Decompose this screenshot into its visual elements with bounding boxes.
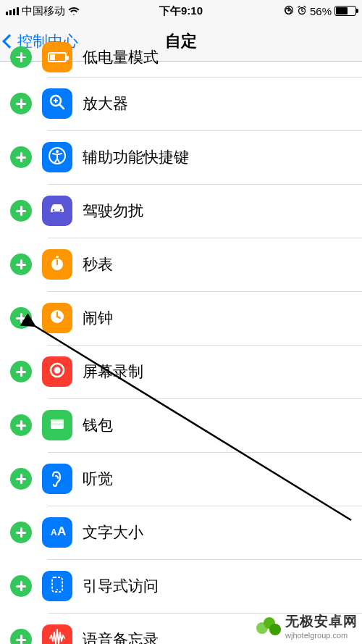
plus-icon	[16, 99, 26, 109]
record-icon	[42, 356, 72, 387]
watermark-logo	[256, 615, 281, 637]
row-label-alarm: 闹钟	[83, 308, 113, 328]
svg-rect-1	[287, 9, 290, 11]
rotation-lock-icon	[284, 5, 294, 17]
list-row-hearing: 听觉	[0, 452, 362, 506]
add-button-wallet[interactable]	[10, 414, 32, 436]
plus-icon	[16, 313, 26, 323]
plus-icon	[16, 152, 26, 162]
access-icon	[42, 142, 72, 172]
plus-icon	[16, 206, 26, 216]
add-button-hearing[interactable]	[10, 468, 32, 490]
guided-icon	[42, 571, 72, 601]
list-row-guided-access: 引导式访问	[0, 559, 362, 613]
add-button-magnifier[interactable]	[10, 93, 32, 114]
ear-icon	[42, 464, 72, 494]
controls-list: 低电量模式放大器辅助功能快捷键驾驶勿扰秒表闹钟屏幕录制钱包听觉AA文字大小引导式…	[0, 37, 362, 644]
list-row-magnifier: 放大器	[0, 77, 362, 130]
plus-icon	[16, 420, 26, 430]
voice-icon	[42, 624, 72, 644]
list-row-accessibility: 辅助功能快捷键	[0, 130, 362, 184]
alarm-icon	[297, 5, 307, 17]
add-button-screen-record[interactable]	[10, 361, 32, 382]
list-row-stopwatch: 秒表	[0, 238, 362, 291]
battery-pct-label: 56%	[310, 5, 332, 17]
watermark: 无极安卓网 wjhotelgroup.com	[256, 612, 358, 640]
svg-rect-21	[51, 419, 64, 422]
row-label-low-power: 低电量模式	[83, 47, 159, 67]
watermark-line1: 无极安卓网	[285, 612, 358, 631]
row-label-guided-access: 引导式访问	[83, 576, 159, 596]
signal-icon	[6, 7, 19, 15]
battery-icon	[42, 42, 72, 72]
add-button-dnd-driving[interactable]	[10, 200, 32, 222]
row-label-screen-record: 屏幕录制	[83, 361, 143, 382]
row-label-stopwatch: 秒表	[83, 254, 113, 275]
svg-point-26	[56, 589, 58, 590]
statusbar-left: 中国移动	[6, 4, 80, 18]
svg-point-19	[54, 367, 61, 374]
add-button-guided-access[interactable]	[10, 575, 32, 597]
statusbar-right: 56%	[284, 5, 356, 17]
watermark-text: 无极安卓网 wjhotelgroup.com	[285, 612, 358, 640]
list-row-screen-record: 屏幕录制	[0, 345, 362, 398]
list-row-text-size: AA文字大小	[0, 506, 362, 559]
plus-icon	[16, 259, 26, 269]
plus-icon	[16, 474, 26, 484]
svg-point-10	[60, 209, 62, 212]
add-button-alarm[interactable]	[10, 307, 32, 329]
plus-icon	[16, 367, 26, 377]
svg-text:A: A	[57, 524, 66, 538]
svg-point-8	[56, 150, 59, 153]
add-button-voice-memos[interactable]	[10, 629, 32, 644]
svg-rect-12	[56, 256, 59, 258]
row-label-voice-memos: 语音备忘录	[83, 630, 159, 644]
add-button-stopwatch[interactable]	[10, 254, 32, 275]
row-label-wallet: 钱包	[83, 415, 113, 435]
list-row-alarm: 闹钟	[0, 291, 362, 345]
list-row-low-power: 低电量模式	[0, 37, 362, 77]
car-icon	[42, 196, 72, 226]
add-button-accessibility[interactable]	[10, 146, 32, 168]
list-row-dnd-driving: 驾驶勿扰	[0, 184, 362, 238]
wifi-icon	[68, 5, 80, 17]
stopwatch-icon	[42, 249, 72, 280]
row-label-accessibility: 辅助功能快捷键	[83, 147, 189, 167]
row-label-dnd-driving: 驾驶勿扰	[83, 201, 143, 221]
svg-rect-22	[51, 423, 64, 425]
watermark-line2: wjhotelgroup.com	[285, 631, 358, 640]
battery-icon	[334, 6, 356, 16]
svg-text:A: A	[51, 527, 57, 538]
add-button-text-size[interactable]	[10, 522, 32, 543]
text-icon: AA	[42, 517, 72, 548]
add-button-low-power[interactable]	[10, 46, 32, 68]
plus-icon	[16, 581, 26, 591]
wallet-icon	[42, 410, 72, 440]
plus-icon	[16, 635, 26, 644]
magnify-icon	[42, 88, 72, 119]
row-label-text-size: 文字大小	[83, 522, 143, 543]
list-row-wallet: 钱包	[0, 398, 362, 452]
plus-icon	[16, 52, 26, 62]
row-label-hearing: 听觉	[83, 469, 113, 489]
status-bar: 中国移动 下午9:10 56%	[0, 0, 362, 22]
carrier-label: 中国移动	[22, 4, 65, 18]
clock-icon	[42, 303, 72, 333]
row-label-magnifier: 放大器	[83, 93, 128, 114]
svg-point-9	[53, 209, 55, 212]
svg-point-17	[56, 316, 59, 318]
svg-line-4	[59, 104, 64, 109]
plus-icon	[16, 527, 26, 538]
